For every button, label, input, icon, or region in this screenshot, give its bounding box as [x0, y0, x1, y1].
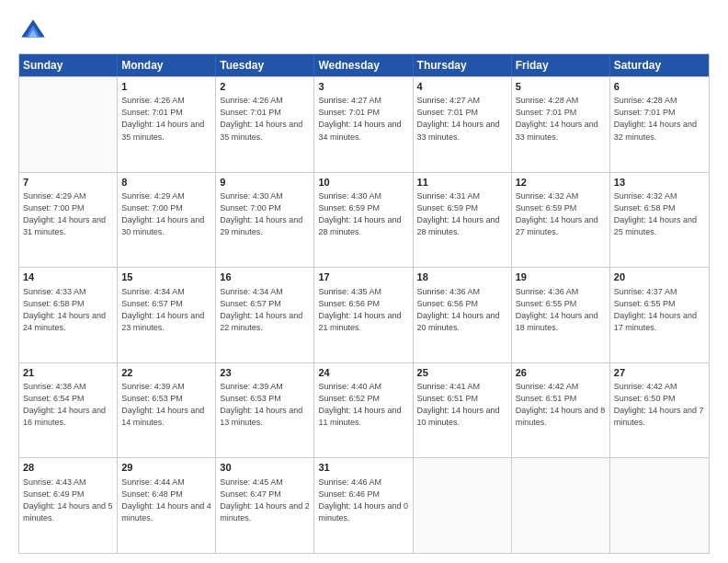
day-number: 28	[23, 461, 113, 475]
cell-info: Sunrise: 4:27 AMSunset: 7:01 PMDaylight:…	[318, 95, 408, 143]
cal-day-header: Saturday	[610, 54, 709, 76]
cell-info: Sunrise: 4:36 AMSunset: 6:56 PMDaylight:…	[417, 286, 507, 334]
cal-cell: 11Sunrise: 4:31 AMSunset: 6:59 PMDayligh…	[414, 173, 512, 268]
cell-info: Sunrise: 4:32 AMSunset: 6:59 PMDaylight:…	[516, 190, 606, 238]
cell-info: Sunrise: 4:29 AMSunset: 7:00 PMDaylight:…	[121, 190, 211, 238]
cell-info: Sunrise: 4:45 AMSunset: 6:47 PMDaylight:…	[220, 477, 310, 524]
cal-cell: 17Sunrise: 4:35 AMSunset: 6:56 PMDayligh…	[314, 268, 413, 362]
cal-cell: 14Sunrise: 4:33 AMSunset: 6:58 PMDayligh…	[19, 268, 118, 362]
cal-cell: 15Sunrise: 4:34 AMSunset: 6:57 PMDayligh…	[118, 268, 216, 362]
cal-cell: 3Sunrise: 4:27 AMSunset: 7:01 PMDaylight…	[314, 77, 413, 172]
cal-cell: 23Sunrise: 4:39 AMSunset: 6:53 PMDayligh…	[216, 363, 314, 458]
day-number: 4	[417, 80, 507, 94]
cal-cell	[610, 458, 709, 553]
cal-day-header: Sunday	[19, 54, 118, 76]
cal-cell	[414, 458, 512, 553]
cal-cell: 24Sunrise: 4:40 AMSunset: 6:52 PMDayligh…	[314, 363, 413, 458]
cal-cell: 31Sunrise: 4:46 AMSunset: 6:46 PMDayligh…	[314, 458, 413, 553]
day-number: 29	[121, 461, 211, 475]
cal-cell: 18Sunrise: 4:36 AMSunset: 6:56 PMDayligh…	[414, 268, 512, 362]
day-number: 7	[23, 176, 113, 190]
day-number: 27	[614, 366, 705, 380]
cal-cell: 30Sunrise: 4:45 AMSunset: 6:47 PMDayligh…	[216, 458, 314, 553]
cell-info: Sunrise: 4:35 AMSunset: 6:56 PMDaylight:…	[318, 286, 408, 334]
cal-cell: 26Sunrise: 4:42 AMSunset: 6:51 PMDayligh…	[512, 363, 610, 458]
cell-info: Sunrise: 4:26 AMSunset: 7:01 PMDaylight:…	[121, 95, 211, 143]
day-number: 13	[614, 176, 705, 190]
cal-cell: 21Sunrise: 4:38 AMSunset: 6:54 PMDayligh…	[19, 363, 118, 458]
logo-icon	[18, 17, 48, 46]
cell-info: Sunrise: 4:46 AMSunset: 6:46 PMDaylight:…	[318, 477, 408, 524]
cal-row: 21Sunrise: 4:38 AMSunset: 6:54 PMDayligh…	[19, 362, 709, 458]
cal-cell: 6Sunrise: 4:28 AMSunset: 7:01 PMDaylight…	[610, 77, 709, 172]
cell-info: Sunrise: 4:40 AMSunset: 6:52 PMDaylight:…	[318, 381, 408, 429]
day-number: 21	[23, 366, 113, 380]
day-number: 15	[121, 270, 211, 284]
cell-info: Sunrise: 4:30 AMSunset: 7:00 PMDaylight:…	[220, 190, 310, 238]
day-number: 9	[220, 176, 310, 190]
cal-cell	[19, 77, 118, 172]
day-number: 20	[614, 270, 705, 284]
cal-cell	[512, 458, 610, 553]
cell-info: Sunrise: 4:29 AMSunset: 7:00 PMDaylight:…	[23, 190, 113, 238]
day-number: 10	[318, 176, 408, 190]
cell-info: Sunrise: 4:33 AMSunset: 6:58 PMDaylight:…	[23, 286, 113, 334]
cell-info: Sunrise: 4:26 AMSunset: 7:01 PMDaylight:…	[220, 95, 310, 143]
cal-row: 14Sunrise: 4:33 AMSunset: 6:58 PMDayligh…	[19, 267, 709, 362]
cal-cell: 25Sunrise: 4:41 AMSunset: 6:51 PMDayligh…	[414, 363, 512, 458]
cell-info: Sunrise: 4:43 AMSunset: 6:49 PMDaylight:…	[23, 477, 113, 524]
cell-info: Sunrise: 4:38 AMSunset: 6:54 PMDaylight:…	[23, 381, 113, 429]
cal-day-header: Tuesday	[216, 54, 314, 76]
cal-cell: 27Sunrise: 4:42 AMSunset: 6:50 PMDayligh…	[610, 363, 709, 458]
cell-info: Sunrise: 4:32 AMSunset: 6:58 PMDaylight:…	[614, 190, 705, 238]
day-number: 1	[121, 80, 211, 94]
cell-info: Sunrise: 4:39 AMSunset: 6:53 PMDaylight:…	[220, 381, 310, 429]
cal-cell: 4Sunrise: 4:27 AMSunset: 7:01 PMDaylight…	[414, 77, 512, 172]
cell-info: Sunrise: 4:30 AMSunset: 6:59 PMDaylight:…	[318, 190, 408, 238]
day-number: 5	[516, 80, 606, 94]
cell-info: Sunrise: 4:39 AMSunset: 6:53 PMDaylight:…	[121, 381, 211, 429]
cal-cell: 1Sunrise: 4:26 AMSunset: 7:01 PMDaylight…	[118, 77, 216, 172]
cal-row: 1Sunrise: 4:26 AMSunset: 7:01 PMDaylight…	[19, 76, 709, 172]
cell-info: Sunrise: 4:42 AMSunset: 6:50 PMDaylight:…	[614, 381, 705, 429]
day-number: 14	[23, 270, 113, 284]
cell-info: Sunrise: 4:36 AMSunset: 6:55 PMDaylight:…	[516, 286, 606, 334]
cal-cell: 9Sunrise: 4:30 AMSunset: 7:00 PMDaylight…	[216, 173, 314, 268]
cal-cell: 10Sunrise: 4:30 AMSunset: 6:59 PMDayligh…	[314, 173, 413, 268]
cal-cell: 22Sunrise: 4:39 AMSunset: 6:53 PMDayligh…	[118, 363, 216, 458]
calendar-body: 1Sunrise: 4:26 AMSunset: 7:01 PMDaylight…	[19, 76, 709, 553]
day-number: 6	[614, 80, 705, 94]
day-number: 24	[318, 366, 408, 380]
cal-day-header: Monday	[118, 54, 216, 76]
cal-cell: 19Sunrise: 4:36 AMSunset: 6:55 PMDayligh…	[512, 268, 610, 362]
cell-info: Sunrise: 4:42 AMSunset: 6:51 PMDaylight:…	[516, 381, 606, 429]
cal-cell: 16Sunrise: 4:34 AMSunset: 6:57 PMDayligh…	[216, 268, 314, 362]
cal-cell: 2Sunrise: 4:26 AMSunset: 7:01 PMDaylight…	[216, 77, 314, 172]
cell-info: Sunrise: 4:27 AMSunset: 7:01 PMDaylight:…	[417, 95, 507, 143]
cal-cell: 13Sunrise: 4:32 AMSunset: 6:58 PMDayligh…	[610, 173, 709, 268]
cal-cell: 12Sunrise: 4:32 AMSunset: 6:59 PMDayligh…	[512, 173, 610, 268]
calendar-header: SundayMondayTuesdayWednesdayThursdayFrid…	[19, 54, 709, 76]
cell-info: Sunrise: 4:34 AMSunset: 6:57 PMDaylight:…	[220, 286, 310, 334]
page: SundayMondayTuesdayWednesdayThursdayFrid…	[0, 0, 728, 563]
cal-cell: 5Sunrise: 4:28 AMSunset: 7:01 PMDaylight…	[512, 77, 610, 172]
header	[18, 17, 710, 46]
day-number: 30	[220, 461, 310, 475]
day-number: 31	[318, 461, 408, 475]
day-number: 16	[220, 270, 310, 284]
day-number: 8	[121, 176, 211, 190]
day-number: 25	[417, 366, 507, 380]
day-number: 18	[417, 270, 507, 284]
cal-cell: 29Sunrise: 4:44 AMSunset: 6:48 PMDayligh…	[118, 458, 216, 553]
cell-info: Sunrise: 4:34 AMSunset: 6:57 PMDaylight:…	[121, 286, 211, 334]
cal-cell: 8Sunrise: 4:29 AMSunset: 7:00 PMDaylight…	[118, 173, 216, 268]
cal-day-header: Friday	[512, 54, 610, 76]
calendar: SundayMondayTuesdayWednesdayThursdayFrid…	[18, 53, 710, 554]
cal-row: 28Sunrise: 4:43 AMSunset: 6:49 PMDayligh…	[19, 457, 709, 553]
cell-info: Sunrise: 4:31 AMSunset: 6:59 PMDaylight:…	[417, 190, 507, 238]
cal-day-header: Wednesday	[314, 54, 413, 76]
cell-info: Sunrise: 4:28 AMSunset: 7:01 PMDaylight:…	[516, 95, 606, 143]
day-number: 12	[516, 176, 606, 190]
cell-info: Sunrise: 4:44 AMSunset: 6:48 PMDaylight:…	[121, 477, 211, 524]
day-number: 11	[417, 176, 507, 190]
